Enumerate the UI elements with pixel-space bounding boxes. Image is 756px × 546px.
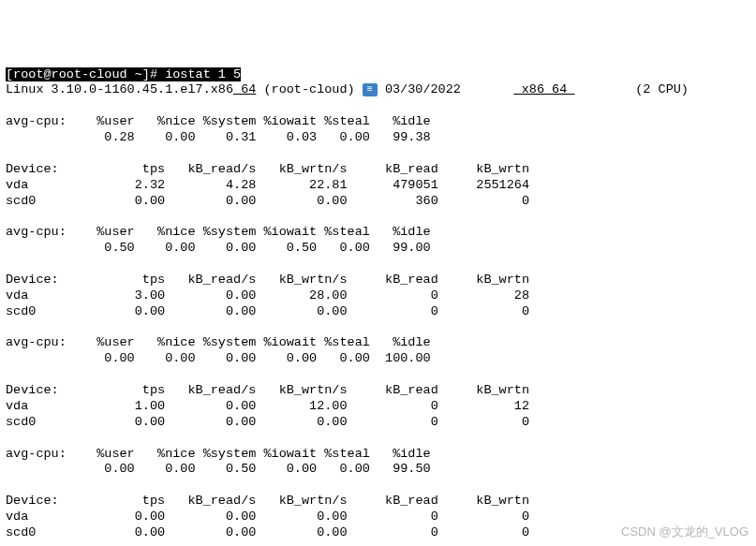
command-text: iostat 1 5 — [165, 67, 241, 81]
watermark-text: CSDN @文龙的_VLOG — [621, 524, 749, 539]
menu-icon[interactable]: ≡ — [363, 83, 378, 96]
terminal-output: [root@root-cloud ~]# iostat 1 5 Linux 3.… — [6, 67, 750, 547]
arch-link[interactable]: _x86_64_ — [514, 82, 575, 96]
os-line: Linux 3.10.0-1160.45.1.el7.x86 — [6, 82, 233, 96]
prompt-line: [root@root-cloud ~]# — [6, 67, 165, 81]
os-arch-link[interactable]: _64 — [233, 82, 256, 96]
